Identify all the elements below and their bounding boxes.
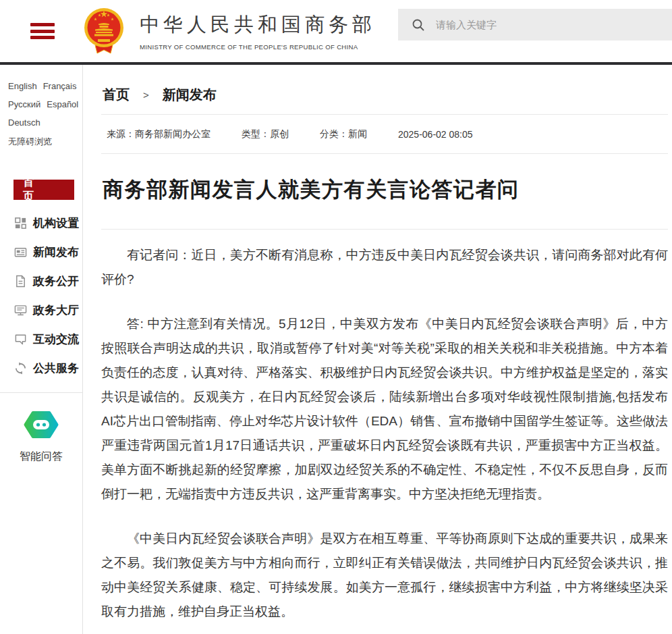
news-icon bbox=[14, 246, 27, 259]
sidebar-item-news[interactable]: 新闻发布 bbox=[0, 238, 82, 267]
sidebar-item-organization[interactable]: 机构设置 bbox=[0, 209, 82, 238]
search-input[interactable] bbox=[435, 18, 650, 31]
sidebar-item-gov-hall[interactable]: 政务大厅 bbox=[0, 296, 82, 325]
sidebar-item-label: 机构设置 bbox=[33, 215, 79, 231]
article-body: 有记者问：近日，美方不断有消息称，中方违反中美日内瓦经贸会谈共识，请问商务部对此… bbox=[101, 230, 668, 624]
service-icon bbox=[14, 362, 27, 375]
monitor-icon bbox=[14, 304, 27, 317]
sidebar-item-label: 公共服务 bbox=[33, 361, 79, 376]
document-icon bbox=[14, 275, 27, 288]
smart-qa-label: 智能问答 bbox=[0, 450, 82, 464]
site-subtitle: MINISTRY OF COMMERCE OF THE PEOPLE'S REP… bbox=[140, 43, 376, 51]
lang-russian[interactable]: Русский bbox=[8, 99, 40, 109]
sidebar-item-home[interactable]: 首 页 bbox=[13, 180, 74, 200]
article-page: 首页 > 新闻发布 来源：商务部新闻办公室 类型：原创 分类：新闻 2025-0… bbox=[83, 65, 672, 634]
site-header: 中华人民共和国商务部 MINISTRY OF COMMERCE OF THE P… bbox=[0, 0, 672, 62]
lang-german[interactable]: Deutsch bbox=[8, 117, 40, 128]
meta-rule bbox=[101, 153, 668, 154]
site-title-block: 中华人民共和国商务部 MINISTRY OF COMMERCE OF THE P… bbox=[140, 11, 376, 51]
breadcrumb-home[interactable]: 首页 bbox=[103, 86, 130, 104]
article-paragraph: 《中美日内瓦经贸会谈联合声明》是双方在相互尊重、平等协商原则下达成的重要共识，成… bbox=[101, 527, 668, 624]
sidebar-item-interaction[interactable]: 互动交流 bbox=[0, 325, 82, 354]
meta-type: 类型：原创 bbox=[242, 128, 289, 140]
sidebar-item-label: 政务公开 bbox=[33, 273, 79, 289]
page-title: 商务部新闻发言人就美方有关言论答记者问 bbox=[103, 175, 668, 205]
meta-datetime: 2025-06-02 08:05 bbox=[398, 129, 473, 140]
sidebar-item-gov-disclosure[interactable]: 政务公开 bbox=[0, 267, 82, 296]
lang-spanish[interactable]: Español bbox=[47, 99, 78, 109]
site-title: 中华人民共和国商务部 bbox=[140, 11, 376, 38]
search-icon[interactable] bbox=[412, 18, 425, 32]
hamburger-menu-icon[interactable] bbox=[30, 20, 55, 43]
sidebar-item-label: 政务大厅 bbox=[33, 302, 79, 318]
breadcrumb-current[interactable]: 新闻发布 bbox=[163, 86, 217, 104]
sidebar-nav: 机构设置 新闻发布 bbox=[0, 209, 82, 383]
meta-source: 来源：商务部新闻办公室 bbox=[107, 128, 211, 140]
sidebar-item-public-service[interactable]: 公共服务 bbox=[0, 354, 82, 383]
sidebar-item-label: 互动交流 bbox=[33, 332, 79, 347]
lang-french[interactable]: Français bbox=[43, 81, 77, 91]
article-paragraph: 答: 中方注意到有关情况。5月12日，中美双方发布《中美日内瓦经贸会谈联合声明》… bbox=[101, 312, 668, 506]
article-meta: 来源：商务部新闻办公室 类型：原创 分类：新闻 2025-06-02 08:05 bbox=[101, 115, 668, 153]
search-bar[interactable] bbox=[398, 9, 672, 41]
accessibility-link[interactable]: 无障碍浏览 bbox=[8, 136, 52, 148]
chat-icon bbox=[14, 333, 27, 346]
breadcrumb-separator-icon: > bbox=[143, 89, 149, 101]
sidebar: English Français Русский Español Deutsch… bbox=[0, 65, 83, 634]
national-emblem-logo[interactable] bbox=[82, 3, 126, 59]
meta-category: 分类：新闻 bbox=[320, 128, 367, 140]
lang-english[interactable]: English bbox=[8, 81, 37, 91]
org-icon bbox=[14, 217, 27, 230]
article-paragraph: 有记者问：近日，美方不断有消息称，中方违反中美日内瓦经贸会谈共识，请问商务部对此… bbox=[101, 243, 668, 292]
smart-qa-button[interactable]: 智能问答 bbox=[0, 393, 82, 464]
smart-qa-robot-icon bbox=[23, 431, 59, 442]
sidebar-item-label: 新闻发布 bbox=[33, 244, 79, 260]
breadcrumb: 首页 > 新闻发布 bbox=[101, 65, 668, 114]
